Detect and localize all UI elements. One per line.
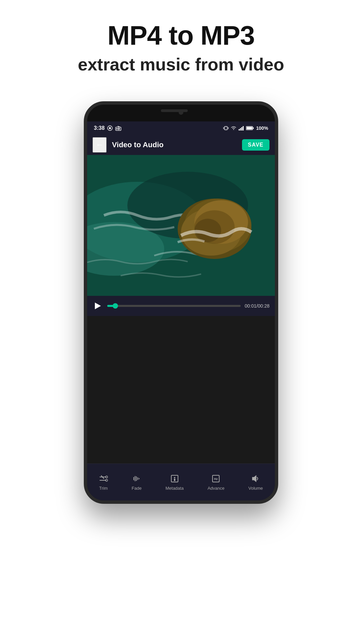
svg-rect-35: [136, 476, 137, 481]
status-left: 3:38: [94, 125, 121, 131]
battery-text: 100%: [256, 125, 268, 131]
svg-rect-34: [135, 476, 135, 481]
nav-item-metadata[interactable]: Metadata: [160, 470, 189, 494]
volume-down-button[interactable]: [277, 199, 278, 219]
metadata-icon: [170, 474, 179, 484]
playback-bar: 00:01/00:28: [87, 296, 275, 316]
metadata-label: Metadata: [166, 486, 184, 491]
svg-rect-16: [247, 127, 252, 129]
status-icon-circle: [107, 125, 113, 131]
video-container: [87, 155, 275, 296]
app-bar-title: Video to Audio: [112, 141, 237, 149]
advance-icon: Hz: [212, 474, 220, 484]
video-scene: [87, 155, 275, 296]
fade-icon: [132, 474, 141, 484]
status-bar: 3:38: [87, 121, 275, 135]
nav-item-advance[interactable]: Hz Advance: [202, 470, 230, 494]
svg-rect-11: [239, 129, 240, 130]
status-time: 3:38: [94, 125, 105, 131]
wifi-icon: [231, 126, 237, 130]
time-display: 00:01/00:28: [245, 303, 269, 309]
signal-icon: [239, 126, 244, 130]
page-header: MP4 to MP3 extract music from video: [64, 0, 298, 88]
play-icon: [95, 303, 101, 309]
svg-rect-17: [253, 127, 254, 129]
svg-point-39: [174, 477, 175, 478]
svg-rect-40: [174, 479, 175, 481]
svg-rect-33: [133, 477, 134, 480]
svg-rect-36: [137, 477, 138, 480]
svg-rect-12: [240, 128, 241, 130]
page-title: MP4 to MP3: [78, 20, 284, 51]
advance-label: Advance: [207, 486, 225, 491]
status-right: 100%: [223, 125, 268, 131]
phone-frame: 3:38: [84, 101, 278, 504]
nav-item-fade[interactable]: Fade: [126, 470, 147, 494]
svg-point-1: [109, 127, 111, 129]
play-button[interactable]: [93, 301, 103, 311]
trim-icon: [99, 474, 108, 484]
volume-icon: [251, 474, 260, 484]
svg-point-3: [116, 128, 118, 129]
progress-thumb[interactable]: [113, 303, 118, 309]
phone-camera: [179, 110, 183, 115]
volume-label: Volume: [248, 486, 263, 491]
svg-marker-43: [252, 476, 256, 482]
trim-label: Trim: [99, 486, 108, 491]
page-subtitle: extract music from video: [78, 54, 284, 74]
video-thumbnail: [87, 155, 275, 296]
progress-bar[interactable]: [107, 305, 241, 307]
vibrate-icon: [223, 125, 229, 131]
phone-speaker: [161, 109, 188, 112]
bottom-nav: Trim Fade: [87, 464, 275, 500]
fade-label: Fade: [132, 486, 142, 491]
app-bar: ← Video to Audio SAVE: [87, 135, 275, 155]
phone-top-bar: [87, 105, 275, 121]
volume-up-button[interactable]: [277, 172, 278, 192]
svg-rect-37: [139, 478, 139, 479]
status-icon-radio: [115, 125, 121, 131]
nav-item-volume[interactable]: Volume: [243, 470, 268, 494]
save-button[interactable]: SAVE: [242, 139, 269, 151]
svg-rect-8: [225, 126, 227, 130]
svg-rect-13: [241, 127, 242, 130]
nav-item-trim[interactable]: Trim: [94, 470, 113, 494]
svg-text:Hz: Hz: [214, 477, 218, 481]
battery-icon: [246, 126, 254, 130]
back-button[interactable]: ←: [93, 137, 107, 153]
svg-rect-14: [243, 126, 244, 130]
